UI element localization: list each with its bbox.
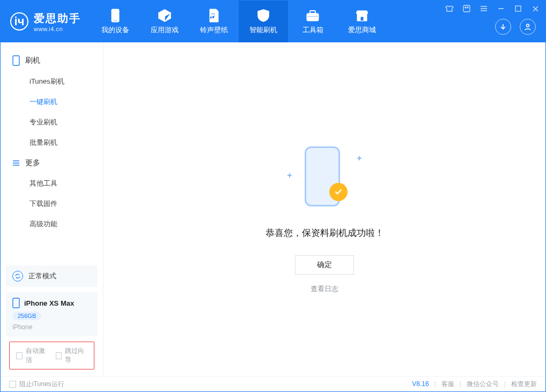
svg-rect-22 [13, 298, 19, 308]
download-button[interactable] [495, 19, 511, 35]
sparkle-icon [357, 156, 361, 160]
menu-icon[interactable] [479, 4, 489, 13]
window-controls [445, 4, 540, 13]
success-message: 恭喜您，保资料刷机成功啦！ [265, 227, 384, 239]
tab-apps-games[interactable]: 应用游戏 [140, 1, 189, 42]
app-url: www.i4.cn [34, 26, 81, 32]
tab-ringtone-wallpaper[interactable]: 铃声壁纸 [189, 1, 239, 42]
shield-sync-icon [256, 8, 271, 23]
title-bar: iч 爱思助手 www.i4.cn 我的设备 应用游戏 铃声壁纸 [1, 1, 545, 42]
svg-rect-4 [307, 16, 319, 17]
mode-card[interactable]: 正常模式 [6, 265, 98, 287]
phone-icon [12, 298, 20, 308]
sidebar-item-pro-flash[interactable]: 专业刷机 [1, 112, 103, 132]
sidebar-item-itunes-flash[interactable]: iTunes刷机 [1, 71, 103, 92]
main-tabs: 我的设备 应用游戏 铃声壁纸 智能刷机 工具箱 [91, 1, 387, 42]
svg-rect-6 [360, 17, 364, 21]
view-log-link[interactable]: 查看日志 [311, 284, 338, 294]
music-file-icon [206, 8, 222, 23]
mode-label: 正常模式 [28, 271, 56, 281]
ok-button[interactable]: 确定 [295, 255, 354, 275]
highlighted-checkbox-row: 自动激活 跳过向导 [9, 342, 94, 369]
feedback-icon[interactable] [462, 4, 471, 13]
app-logo: iч 爱思助手 www.i4.cn [1, 1, 91, 42]
sync-icon [12, 271, 23, 282]
device-name: iPhone XS Max [24, 299, 74, 307]
device-card[interactable]: iPhone XS Max 256GB iPhone [6, 292, 98, 336]
svg-rect-14 [515, 6, 521, 11]
svg-rect-0 [112, 9, 119, 22]
tab-smart-flash[interactable]: 智能刷机 [239, 1, 288, 42]
checkbox-icon [16, 352, 23, 359]
footer-link-update[interactable]: 检查更新 [511, 380, 537, 389]
logo-icon: iч [10, 12, 28, 31]
header-right-icons [495, 19, 536, 35]
svg-rect-1 [113, 20, 117, 21]
svg-point-17 [527, 24, 529, 27]
device-icon [108, 8, 123, 23]
user-button[interactable] [520, 19, 536, 35]
sidebar: 刷机 iTunes刷机 一键刷机 专业刷机 批量刷机 更多 其他工具 下载固件 … [1, 42, 104, 376]
checkbox-skip-guide[interactable]: 跳过向导 [56, 346, 88, 365]
sidebar-group-flash: 刷机 [1, 50, 103, 71]
app-name: 爱思助手 [34, 11, 81, 26]
sparkle-icon [287, 173, 292, 177]
sidebar-group-more: 更多 [1, 153, 103, 173]
checkbox-auto-activate[interactable]: 自动激活 [16, 346, 48, 365]
success-illustration [284, 144, 365, 214]
svg-point-9 [467, 7, 468, 8]
svg-rect-7 [463, 5, 470, 12]
sidebar-item-advanced[interactable]: 高级功能 [1, 214, 103, 234]
check-badge-icon [329, 183, 348, 201]
checkbox-block-itunes[interactable]: 阻止iTunes运行 [9, 380, 64, 389]
checkbox-icon [9, 381, 16, 388]
tab-my-device[interactable]: 我的设备 [91, 1, 140, 42]
maximize-button[interactable] [513, 4, 523, 13]
minimize-button[interactable] [496, 4, 506, 13]
storage-badge: 256GB [12, 312, 41, 320]
tshirt-icon[interactable] [445, 4, 454, 13]
footer-link-support[interactable]: 客服 [441, 380, 454, 389]
store-icon [355, 8, 370, 23]
version-label: V8.16 [412, 380, 429, 388]
status-bar: 阻止iTunes运行 V8.16 | 客服 | 微信公众号 | 检查更新 [1, 376, 545, 391]
footer-link-wechat[interactable]: 微信公众号 [467, 380, 499, 389]
sidebar-item-oneclick-flash[interactable]: 一键刷机 [1, 92, 103, 112]
sidebar-item-other-tools[interactable]: 其他工具 [1, 173, 103, 194]
checkbox-icon [56, 352, 62, 359]
toolbox-icon [305, 8, 320, 23]
sidebar-item-download-firmware[interactable]: 下载固件 [1, 194, 103, 214]
svg-point-8 [465, 7, 466, 8]
main-content: 恭喜您，保资料刷机成功啦！ 确定 查看日志 [104, 42, 545, 376]
svg-rect-18 [13, 56, 19, 65]
device-family: iPhone [12, 323, 91, 331]
tab-store[interactable]: 爱思商城 [337, 1, 387, 42]
tab-toolbox[interactable]: 工具箱 [288, 1, 337, 42]
svg-rect-3 [310, 11, 315, 13]
sidebar-item-batch-flash[interactable]: 批量刷机 [1, 132, 103, 153]
cube-icon [157, 8, 172, 23]
close-button[interactable] [530, 4, 540, 13]
